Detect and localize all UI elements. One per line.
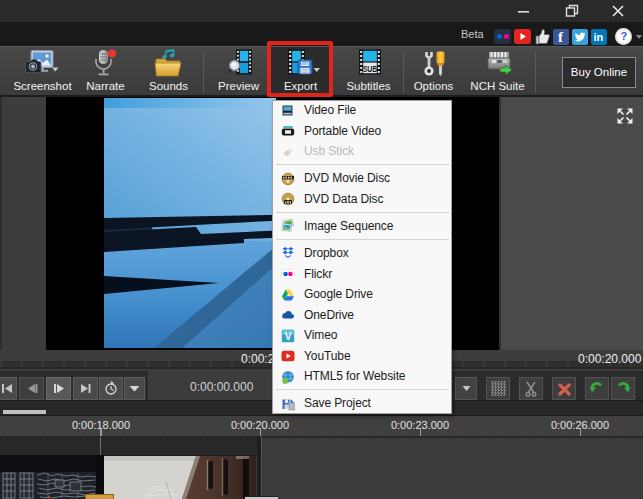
- svg-text:SUB: SUB: [363, 63, 378, 74]
- svg-text:V: V: [285, 331, 292, 342]
